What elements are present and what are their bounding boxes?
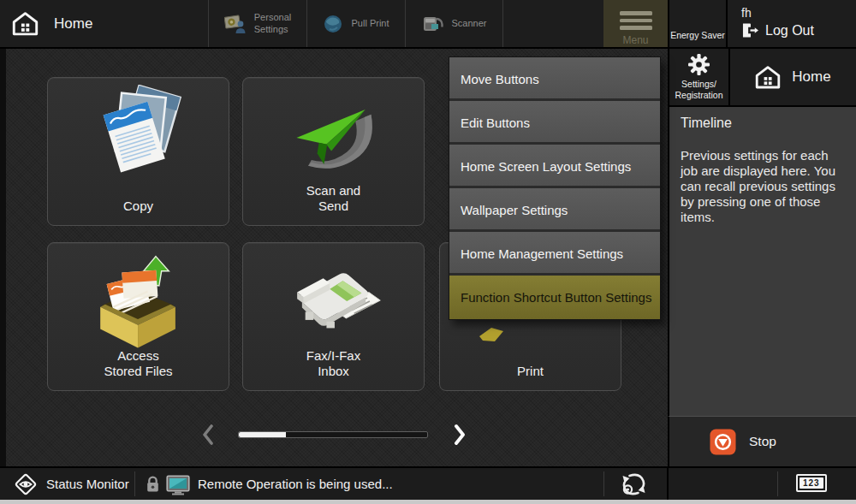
- rotate-arrows-icon[interactable]: [619, 471, 649, 498]
- personal-settings-icon: [224, 13, 247, 35]
- tile-access-stored-files[interactable]: Access Stored Files: [47, 242, 229, 391]
- stop-button[interactable]: Stop: [668, 416, 856, 466]
- scanner-icon: [422, 13, 444, 35]
- gear-icon: [687, 53, 710, 76]
- log-out-button[interactable]: fh Log Out: [726, 0, 856, 47]
- log-out-label: Log Out: [765, 23, 814, 39]
- chevron-right-icon[interactable]: [451, 423, 468, 447]
- personal-settings-label: Personal Settings: [254, 12, 291, 34]
- menu-button-label: Menu: [622, 34, 648, 46]
- current-screen-title: Home: [12, 0, 92, 47]
- menu-item-home-management-settings[interactable]: Home Management Settings: [449, 232, 660, 276]
- status-monitor-label: Status Monitor: [46, 477, 129, 491]
- fax-ifax-inbox-icon: [281, 250, 387, 353]
- top-function-buttons: Personal Settings Pull Print Sca: [208, 0, 503, 47]
- home-icon: [12, 11, 39, 37]
- log-out-icon: [741, 22, 759, 39]
- scanner-button[interactable]: Scanner: [405, 0, 503, 47]
- top-bar: Home Personal Settings: [0, 0, 856, 49]
- home-icon: [755, 65, 781, 90]
- screen-left-edge: [0, 49, 6, 466]
- scan-and-send-icon: [280, 85, 388, 187]
- pull-print-label: Pull Print: [351, 18, 389, 29]
- print-icon: [478, 328, 507, 343]
- tile-fax-ifax-inbox[interactable]: Fax/I-Fax Inbox: [242, 242, 425, 391]
- status-bar-divider: [777, 471, 778, 496]
- page-slider[interactable]: [238, 431, 428, 438]
- right-panel-buttons: Settings/ Registration Home: [668, 49, 856, 105]
- menu-item-home-screen-layout-settings[interactable]: Home Screen Layout Settings: [449, 145, 660, 188]
- page-slider-fill: [239, 432, 286, 437]
- status-bar-divider: [603, 471, 604, 496]
- chevron-left-icon[interactable]: [199, 423, 217, 447]
- scanner-label: Scanner: [452, 18, 487, 29]
- energy-saver-label: Energy Saver: [670, 30, 725, 40]
- status-bar-divider: [667, 468, 669, 500]
- access-stored-files-icon: [86, 250, 192, 354]
- settings-registration-label: Settings/ Registration: [675, 79, 722, 100]
- stop-icon: [710, 429, 736, 455]
- pull-print-button[interactable]: Pull Print: [306, 0, 405, 47]
- tile-copy-label: Copy: [48, 199, 229, 214]
- personal-settings-button[interactable]: Personal Settings: [208, 0, 306, 47]
- settings-registration-button[interactable]: Settings/ Registration: [669, 49, 728, 105]
- menu-item-move-buttons[interactable]: Move Buttons: [449, 57, 660, 101]
- tile-access-stored-files-label: Access Stored Files: [48, 348, 229, 379]
- pull-print-icon: [323, 14, 343, 34]
- tile-copy[interactable]: Copy: [47, 77, 229, 226]
- remote-monitor-icon: [166, 475, 190, 495]
- numeric-keypad-label: 123: [800, 477, 823, 489]
- lock-icon: [146, 475, 160, 493]
- remote-operation-message: Remote Operation is being used...: [198, 468, 393, 500]
- page-title: Home: [54, 15, 92, 33]
- tile-print-label: Print: [440, 364, 621, 379]
- device-bezel: [0, 500, 856, 504]
- moon-icon: [688, 8, 708, 27]
- tile-scan-and-send[interactable]: Scan and Send: [242, 77, 425, 226]
- menu-item-edit-buttons[interactable]: Edit Buttons: [449, 101, 660, 145]
- status-bar-divider: [134, 471, 135, 496]
- home-button[interactable]: Home: [728, 49, 856, 105]
- menu-item-function-shortcut-button-settings[interactable]: Function Shortcut Button Settings: [449, 276, 660, 319]
- timeline-description: Previous settings for each job are displ…: [681, 148, 848, 225]
- energy-saver-button[interactable]: Energy Saver: [668, 0, 726, 47]
- tile-fax-ifax-inbox-label: Fax/I-Fax Inbox: [243, 348, 424, 379]
- stop-button-label: Stop: [749, 434, 776, 449]
- menu-button[interactable]: Menu: [603, 0, 668, 47]
- tile-scan-and-send-label: Scan and Send: [243, 183, 424, 214]
- menu-item-wallpaper-settings[interactable]: Wallpaper Settings: [449, 188, 660, 232]
- numeric-keypad-icon[interactable]: 123: [796, 474, 827, 492]
- logged-in-user: fh: [741, 6, 856, 20]
- copy-icon: [87, 85, 190, 187]
- menu-dropdown: Move Buttons Edit Buttons Home Screen La…: [449, 56, 661, 320]
- home-button-label: Home: [792, 68, 830, 86]
- timeline-panel: Timeline Previous settings for each job …: [668, 105, 856, 416]
- bottom-status-bar: Status Monitor Remote Operation is being…: [0, 466, 856, 500]
- printer-touchscreen: Home Personal Settings: [0, 0, 856, 504]
- status-monitor-icon: [13, 471, 39, 497]
- timeline-title: Timeline: [681, 116, 856, 131]
- hamburger-icon: [620, 11, 652, 30]
- status-monitor-button[interactable]: Status Monitor: [0, 468, 134, 500]
